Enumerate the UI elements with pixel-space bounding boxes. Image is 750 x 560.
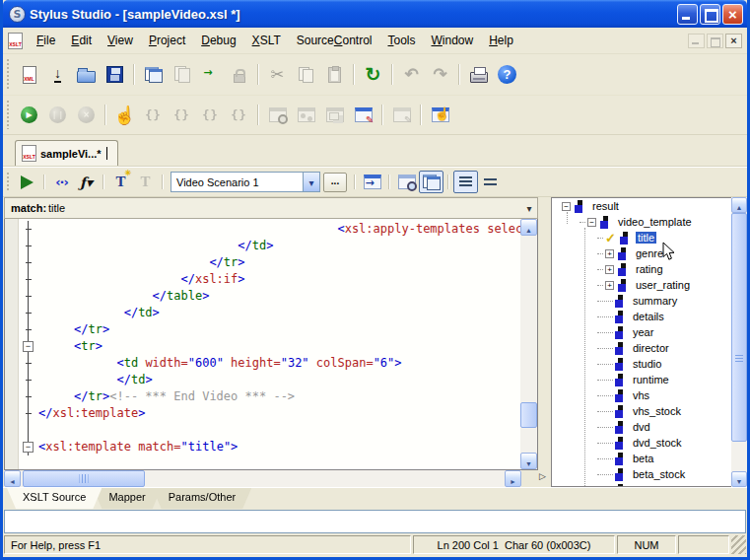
mdi-close-button[interactable]: × [725,34,742,48]
start-debugging-button[interactable]: ▶ [15,101,43,129]
view-tab-params-other[interactable]: Params/Other [153,488,251,509]
tree-item-label[interactable]: vhs [631,389,651,401]
code-line[interactable] [19,422,520,439]
save-all-button[interactable]: ↓ [43,60,72,89]
tree-item-label[interactable]: genre [634,247,665,259]
tree-item-rating[interactable]: rating [552,261,731,277]
collapse-box-icon[interactable] [562,202,571,211]
toolbar-grip[interactable] [5,59,12,90]
menu-item-xslt[interactable]: XSLT [244,31,289,50]
tree-item-label[interactable]: dvd_stock [631,437,684,449]
save-button[interactable] [101,60,129,89]
tree-item-label[interactable]: result [590,200,621,212]
scroll-down-button[interactable] [520,453,537,469]
code-line[interactable]: <xsl:apply-templates select [19,221,520,238]
view-tab-xslt-source[interactable]: XSLT Source [7,488,102,509]
tree-item-label[interactable]: user_rating [634,279,692,291]
collapse-minus-icon[interactable] [23,442,34,453]
tree-item-label[interactable]: laserdisk [631,484,677,487]
xslt-profiler-button[interactable] [349,101,377,129]
refresh-button[interactable]: ↻ [359,60,387,89]
scroll-right-button[interactable] [505,470,521,487]
scroll-down-button[interactable] [731,471,747,487]
tree-item-label[interactable]: dvd [631,421,652,433]
code-line[interactable]: </tr> [19,321,520,338]
highlight-text-button[interactable]: T [108,171,133,193]
tree-item-label[interactable]: studio [631,358,663,370]
tree-item-year[interactable]: year [552,324,731,340]
node-links-button[interactable] [419,171,443,193]
tree-item-vhs_stock[interactable]: vhs_stock [552,403,731,419]
collapse-box-icon[interactable] [587,218,596,227]
scrollbar-track[interactable] [731,213,747,471]
scrollbar-thumb[interactable] [23,470,145,487]
show-text-view-button[interactable] [453,171,478,193]
scroll-left-button[interactable] [4,470,21,487]
document-tab-samplevideo[interactable]: XSLT sampleVi...* [15,140,118,166]
expand-box-icon[interactable] [605,281,614,290]
new-window-button[interactable] [139,60,168,89]
editor-horizontal-scrollbar[interactable] [4,470,538,487]
open-result-window-button[interactable] [360,171,384,193]
tree-item-label[interactable]: details [631,311,666,322]
code-area[interactable]: <xsl:apply-templates select</td></tr></x… [5,219,520,469]
tree-item-label[interactable]: summary [631,295,679,307]
xslt-source-editor[interactable]: <xsl:apply-templates select</td></tr></x… [4,219,538,470]
fold-collapse-box[interactable] [19,439,38,455]
code-line[interactable]: </table> [19,288,520,305]
scrollbar-track[interactable] [21,470,505,487]
scroll-up-button[interactable] [520,219,537,236]
output-bar[interactable] [4,510,746,533]
tree-item-label[interactable]: vhs_stock [631,405,683,417]
tree-item-user_rating[interactable]: user_rating [552,277,731,293]
view-tab-mapper[interactable]: Mapper [93,488,161,509]
code-line[interactable]: <td width="600" height="32" colSpan="6"> [19,355,520,372]
tree-item-genre[interactable]: genre [552,245,731,261]
code-line[interactable]: <xsl:template match="title"> [19,439,520,455]
scroll-up-button[interactable] [731,197,747,213]
tree-item-beta[interactable]: beta [552,451,731,466]
tree-item-result[interactable]: result [552,198,731,214]
scenario-browse-button[interactable]: ... [323,173,347,192]
tree-item-studio[interactable]: studio [552,356,731,372]
toolbar-grip[interactable] [5,173,12,191]
code-line[interactable]: </tr> [19,254,520,271]
toolbar-grip[interactable] [5,101,12,129]
menu-item-view[interactable]: View [100,31,141,50]
collapse-minus-icon[interactable] [23,341,34,352]
match-combobox[interactable]: match: title [4,197,538,219]
tree-item-label[interactable]: runtime [631,374,671,385]
word-wrap-button[interactable] [478,171,503,193]
fold-collapse-box[interactable] [19,338,38,355]
expand-box-icon[interactable] [605,249,614,258]
code-line[interactable]: </td> [19,305,520,321]
code-line[interactable]: </tr><!-- *** End Video *** --> [19,388,520,405]
tree-item-label[interactable]: director [631,342,671,354]
code-line[interactable]: </td> [19,372,520,388]
tree-item-title[interactable]: title [552,230,731,245]
preview-result-button[interactable] [15,171,39,193]
tree-item-beta_stock[interactable]: beta_stock [552,466,731,482]
code-line[interactable]: </td> [19,238,520,254]
menu-item-sourcecontrol[interactable]: SourceControl [289,31,380,50]
open-from-url-button[interactable] [196,60,225,89]
tree-item-dvd_stock[interactable]: dvd_stock [552,435,731,451]
menu-item-project[interactable]: Project [141,31,193,50]
menu-item-debug[interactable]: Debug [193,31,243,50]
maximize-button[interactable] [700,4,720,25]
tree-item-video_template[interactable]: video_template [552,214,731,230]
pane-splitter[interactable] [539,197,551,487]
scrollbar-track[interactable] [520,236,537,453]
scenario-dropdown-button[interactable] [303,173,319,191]
resize-grip[interactable] [731,535,746,554]
backmap-source-button[interactable]: ‹·› [49,171,74,193]
menu-item-file[interactable]: File [29,31,63,50]
tree-item-label[interactable]: year [631,326,655,338]
backmapping-button[interactable] [426,101,454,129]
tree-item-laserdisk[interactable]: laserdisk [552,482,731,487]
tree-vertical-scrollbar[interactable] [731,197,747,487]
tree-item-director[interactable]: director [552,340,731,356]
menu-item-window[interactable]: Window [424,31,482,50]
schema-tree[interactable]: resultvideo_templatetitlegenreratinguser… [551,197,731,487]
tree-item-vhs[interactable]: vhs [552,387,731,403]
